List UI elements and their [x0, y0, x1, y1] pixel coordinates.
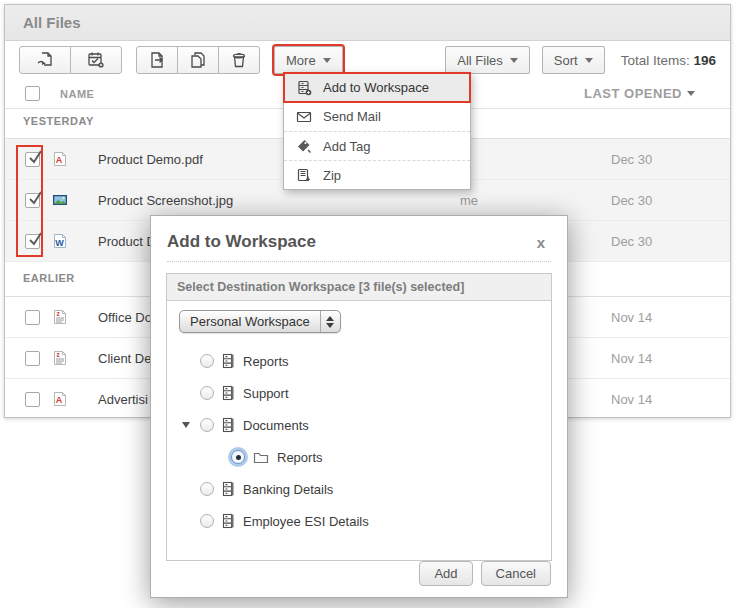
row-checkbox[interactable]: [25, 234, 40, 249]
svg-text:W: W: [55, 238, 64, 248]
export-doc-icon: [148, 51, 166, 69]
checkout-button[interactable]: [70, 46, 122, 74]
last-opened-date: Nov 14: [580, 351, 730, 366]
last-opened-date: Dec 30: [580, 234, 730, 249]
tree-item-label: Reports: [243, 354, 289, 369]
total-items-label: Total Items:: [621, 53, 690, 68]
workspace-icon: [222, 353, 235, 369]
workspace-icon: [222, 417, 235, 433]
document-file-icon: z: [52, 350, 68, 366]
pdf-file-icon: A: [52, 151, 68, 167]
cancel-button[interactable]: Cancel: [481, 561, 551, 586]
last-opened-date: Nov 14: [580, 310, 730, 325]
menu-item-label: Add to Workspace: [323, 80, 429, 95]
select-all-checkbox[interactable]: [25, 86, 40, 101]
menu-item-add-tag[interactable]: Add Tag: [284, 131, 470, 160]
file-name: Product Screenshot.jpg: [84, 193, 460, 208]
tree-item-label: Banking Details: [243, 482, 333, 497]
svg-text:A: A: [56, 395, 63, 405]
workspace-panel: Select Destination Workspace [3 file(s) …: [166, 273, 552, 561]
menu-item-label: Zip: [323, 168, 341, 183]
folder-icon: [253, 451, 269, 464]
radio-button-selected[interactable]: [231, 450, 245, 464]
menu-item-send-mail[interactable]: Send Mail: [284, 102, 470, 131]
trash-icon: [230, 51, 248, 69]
delete-button[interactable]: [218, 46, 260, 74]
row-checkbox[interactable]: [25, 310, 40, 325]
title-separator: [167, 261, 551, 262]
screenshot-stage: All Files: [0, 0, 736, 608]
tree-item-documents[interactable]: Documents: [179, 409, 539, 441]
row-checkbox[interactable]: [25, 193, 40, 208]
sort-dropdown-button[interactable]: Sort: [542, 46, 605, 74]
document-file-icon: z: [52, 309, 68, 325]
workspace-add-icon: [296, 80, 312, 96]
more-button[interactable]: More: [274, 46, 343, 74]
radio-button[interactable]: [200, 482, 214, 496]
shared-by: me: [460, 193, 580, 208]
radio-button[interactable]: [200, 514, 214, 528]
workspace-panel-header: Select Destination Workspace [3 file(s) …: [167, 274, 551, 301]
close-icon[interactable]: x: [537, 235, 551, 250]
tree-item-reports[interactable]: Reports: [179, 345, 539, 377]
workspace-icon: [222, 481, 235, 497]
radio-button[interactable]: [200, 386, 214, 400]
row-checkbox[interactable]: [25, 152, 40, 167]
last-opened-date: Dec 30: [580, 152, 730, 167]
menu-item-label: Send Mail: [323, 109, 381, 124]
tree-item-employee-esi-details[interactable]: Employee ESI Details: [179, 505, 539, 537]
add-to-workspace-dialog: Add to Workspace x Select Destination Wo…: [150, 215, 568, 598]
last-opened-date: Nov 14: [580, 392, 730, 407]
select-stepper-icon: [320, 311, 340, 332]
tree-item-support[interactable]: Support: [179, 377, 539, 409]
calendar-check-icon: [87, 51, 105, 69]
checkmark-icon: [27, 149, 43, 165]
image-file-icon: [52, 192, 68, 208]
last-opened-column-header[interactable]: LAST OPENED: [580, 86, 730, 101]
workspace-select[interactable]: Personal Workspace: [179, 310, 341, 333]
svg-text:A: A: [56, 155, 63, 165]
radio-button[interactable]: [200, 354, 214, 368]
total-items-value: 196: [693, 53, 716, 68]
tree-item-label: Employee ESI Details: [243, 514, 369, 529]
row-checkbox[interactable]: [25, 392, 40, 407]
dialog-title: Add to Workspace: [167, 232, 316, 252]
add-button[interactable]: Add: [419, 561, 472, 586]
share-button[interactable]: [19, 46, 71, 74]
checkmark-icon: [27, 190, 43, 206]
copy-icon: [189, 51, 207, 69]
caret-down-icon: [585, 58, 593, 63]
workspace-icon: [222, 385, 235, 401]
row-checkbox[interactable]: [25, 351, 40, 366]
tree-item-label: Documents: [243, 418, 309, 433]
sort-dropdown-label: Sort: [554, 53, 578, 68]
filter-dropdown-label: All Files: [457, 53, 503, 68]
tree-item-label: Reports: [277, 450, 323, 465]
more-menu: Add to Workspace Send Mail Add Tag Zip: [283, 72, 471, 190]
tree-item-banking-details[interactable]: Banking Details: [179, 473, 539, 505]
filter-dropdown-button[interactable]: All Files: [445, 46, 530, 74]
tree-item-label: Support: [243, 386, 289, 401]
workspace-select-value: Personal Workspace: [180, 311, 320, 332]
menu-item-add-to-workspace[interactable]: Add to Workspace: [284, 73, 470, 102]
expander-caret-icon[interactable]: [182, 422, 190, 428]
zip-icon: [296, 167, 312, 183]
menu-item-zip[interactable]: Zip: [284, 160, 470, 189]
tree-item-reports-sub[interactable]: Reports: [179, 441, 539, 473]
more-button-label: More: [286, 53, 316, 68]
workspace-icon: [222, 513, 235, 529]
share-doc-icon: [36, 51, 54, 69]
caret-down-icon: [510, 58, 518, 63]
word-file-icon: W: [52, 233, 68, 249]
workspace-tree: Reports Support: [179, 345, 539, 537]
total-items: Total Items: 196: [617, 53, 716, 68]
menu-item-label: Add Tag: [323, 139, 370, 154]
last-opened-date: Dec 30: [580, 193, 730, 208]
radio-button[interactable]: [200, 418, 214, 432]
copy-button[interactable]: [177, 46, 219, 74]
caret-down-icon: [323, 58, 331, 63]
sort-caret-icon: [687, 91, 695, 96]
pdf-file-icon: A: [52, 391, 68, 407]
page-title: All Files: [5, 5, 730, 41]
move-button[interactable]: [136, 46, 178, 74]
